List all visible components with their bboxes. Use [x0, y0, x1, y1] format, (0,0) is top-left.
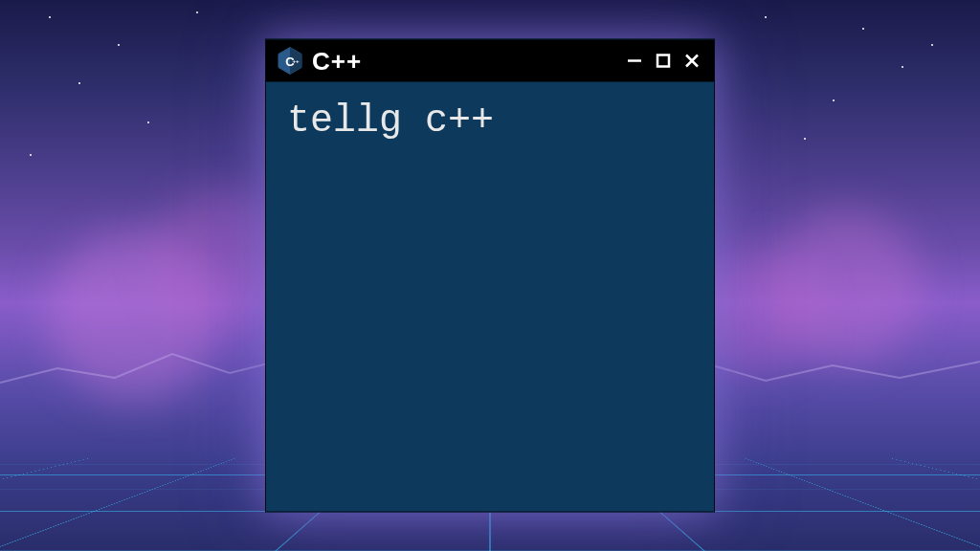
- terminal-content[interactable]: tellg c++: [266, 82, 714, 160]
- svg-line-6: [0, 458, 234, 551]
- svg-line-5: [0, 458, 89, 551]
- cpp-icon: C ++: [276, 47, 304, 76]
- close-button[interactable]: [679, 49, 704, 74]
- svg-text:++: ++: [292, 58, 300, 64]
- maximize-button[interactable]: [651, 49, 676, 74]
- window-controls: [622, 49, 704, 74]
- terminal-text: tellg c++: [287, 99, 494, 143]
- titlebar[interactable]: C ++ C++: [266, 40, 714, 82]
- minimize-button[interactable]: [622, 49, 647, 74]
- app-title: C++: [312, 46, 614, 76]
- svg-line-11: [891, 458, 980, 551]
- app-window: C ++ C++ tellg c: [265, 39, 715, 513]
- svg-rect-17: [657, 55, 669, 67]
- svg-line-10: [746, 458, 980, 551]
